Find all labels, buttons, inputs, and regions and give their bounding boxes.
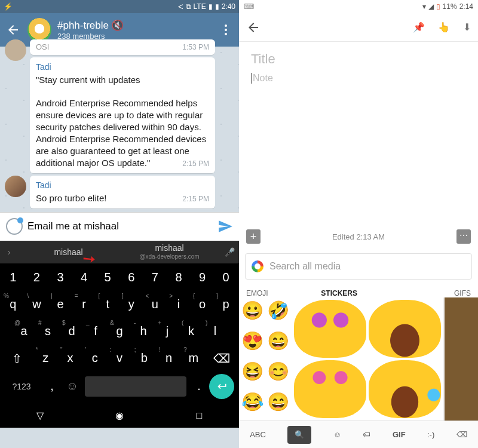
search-tab-icon[interactable]: 🔍 [287,426,311,444]
recent-emoji[interactable]: 😄 [266,329,290,353]
suggestion-contact[interactable]: mishaal @xda-developers.com [119,244,220,259]
sender-avatar[interactable] [5,176,26,197]
suggestion[interactable]: mishaal [18,247,119,257]
key-3[interactable]: 3 [48,266,72,289]
nav-back-icon[interactable]: ▽ [34,410,46,422]
more-menu-icon[interactable] [219,23,233,37]
key-g[interactable]: &g [108,320,131,343]
key-t[interactable]: [t [96,293,120,316]
pin-icon[interactable]: 📌 [413,22,425,33]
sticker-blob-hearts2[interactable] [294,360,366,418]
gboard-search[interactable]: Search all media [245,253,472,280]
shift-key[interactable]: ⇧ [1,346,33,370]
key-f[interactable]: _f [84,320,108,343]
recent-emoji[interactable]: 🤣 [266,299,290,323]
reminder-icon[interactable]: 👆 [438,22,450,33]
sticker-tab-icon[interactable]: 🏷 [363,430,370,439]
key-u[interactable]: <u [143,293,167,316]
key-y[interactable]: ]y [120,293,143,316]
key-0[interactable]: 0 [214,266,238,289]
sticker-pane[interactable]: 😀🤣😍😄😆😊😂😄 [239,297,478,421]
sender-avatar[interactable] [5,39,26,61]
note-body[interactable]: Title Note [239,42,478,93]
period-key[interactable]: . [189,375,209,398]
note-field[interactable]: Note [251,73,466,84]
abc-key[interactable]: ABC [250,430,266,439]
key-b[interactable]: ;b [132,346,157,370]
back-arrow-icon[interactable] [6,23,20,37]
key-x[interactable]: "x [58,346,82,370]
sticker-blob-hearts[interactable] [294,300,366,358]
mic-icon[interactable]: 🎤 [220,247,239,257]
recent-emoji[interactable]: 😀 [240,299,264,323]
tab-stickers[interactable]: STICKERS [321,289,396,297]
message[interactable]: Tadi "Stay current with updates Android … [30,57,215,173]
key-4[interactable]: 4 [72,266,96,289]
channel-title-block[interactable]: #phh-treble🔇 238 members [57,19,219,41]
key-a[interactable]: @a [12,320,36,343]
backspace-key[interactable]: ⌫ [206,346,238,370]
key-v[interactable]: :v [107,346,131,370]
nav-recent-icon[interactable]: □ [193,410,205,422]
space-key[interactable] [85,376,186,397]
key-d[interactable]: $d [60,320,84,343]
key-o[interactable]: {o [191,293,215,316]
message[interactable]: Tadi So pro turbo elite! 2:15 PM [30,176,215,208]
key-9[interactable]: 9 [191,266,215,289]
key-l[interactable]: )l [203,320,227,343]
back-arrow-icon[interactable] [246,20,261,35]
emoji-tab-icon[interactable]: ☺ [333,430,341,439]
tab-emoji[interactable]: EMOJI [246,289,321,297]
gif-tab[interactable]: GIF [393,430,406,439]
key-i[interactable]: >i [167,293,191,316]
key-5[interactable]: 5 [96,266,120,289]
key-c[interactable]: 'c [82,346,107,370]
chat-scroll[interactable]: OSI 1:53 PM Tadi "Stay current with upda… [0,47,239,212]
message-time: 2:15 PM [182,195,209,204]
recent-emoji[interactable]: 😍 [240,329,264,353]
nav-home-icon[interactable]: ◉ [114,410,125,422]
key-z[interactable]: *z [33,346,58,370]
sticker-blob-cry[interactable] [369,360,441,418]
enter-key[interactable] [209,374,234,399]
key-7[interactable]: 7 [143,266,167,289]
add-button[interactable]: + [246,229,261,244]
key-w[interactable]: \w [25,293,49,316]
key-h[interactable]: -h [131,320,155,343]
symbols-key[interactable]: ?123 [1,375,42,398]
key-p[interactable]: }p [214,293,238,316]
recent-emoji[interactable]: 😊 [266,360,290,383]
key-k[interactable]: (k [179,320,203,343]
recent-emoji[interactable]: 😂 [240,390,264,414]
key-6[interactable]: 6 [120,266,143,289]
emoji-button[interactable] [6,218,23,235]
key-q[interactable]: %q [1,293,25,316]
key-s[interactable]: #s [36,320,60,343]
key-r[interactable]: =r [72,293,96,316]
recent-emoji[interactable]: 😆 [240,360,264,383]
backspace-icon[interactable]: ⌫ [456,430,467,439]
key-2[interactable]: 2 [25,266,49,289]
message-input[interactable] [27,220,213,232]
key-e[interactable]: |e [48,293,72,316]
gif-preview[interactable] [443,297,478,421]
tab-gifs[interactable]: GIFS [396,289,471,297]
more-button[interactable]: ⋯ [456,229,471,244]
android-nav-bar: ▽ ◉ □ [0,404,239,428]
send-button[interactable] [217,219,233,234]
channel-avatar[interactable] [27,18,51,42]
archive-icon[interactable]: ⬇ [463,22,471,33]
message[interactable]: OSI 1:53 PM [30,39,215,55]
key-1[interactable]: 1 [1,266,25,289]
key-j[interactable]: +j [155,320,179,343]
key-n[interactable]: !n [157,346,181,370]
recent-emoji[interactable]: 😄 [266,390,290,414]
expand-suggestions-icon[interactable]: › [0,247,18,257]
key-8[interactable]: 8 [167,266,191,289]
key-m[interactable]: ?m [181,346,206,370]
comma-key[interactable]: , [42,375,62,398]
textface-tab[interactable]: :-) [427,430,434,439]
emoji-key[interactable]: ☺ [62,375,82,398]
sticker-blob-laugh[interactable] [369,300,441,358]
title-field[interactable]: Title [251,51,466,67]
